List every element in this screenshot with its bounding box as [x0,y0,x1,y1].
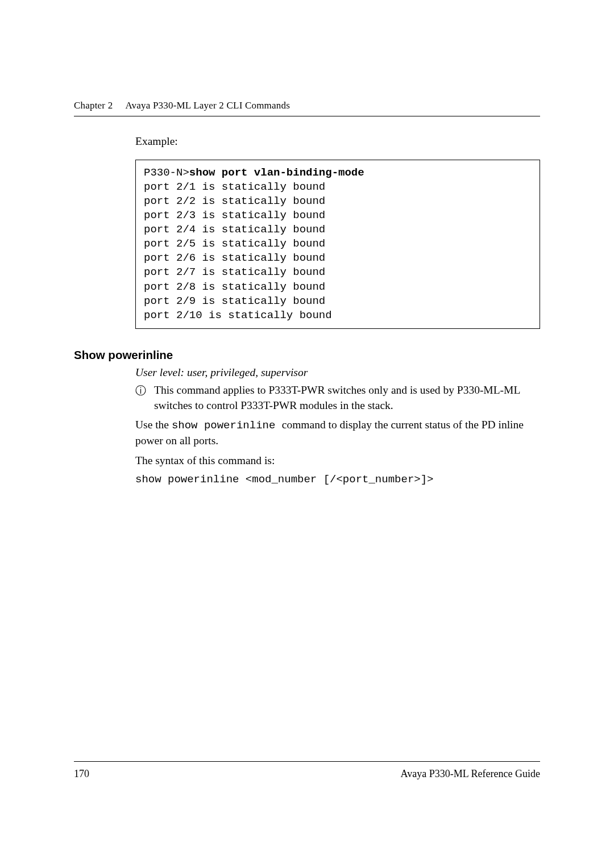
output-line: port 2/1 is statically bound [144,181,325,193]
prompt: P330-N> [144,166,189,179]
note-text: This command applies to P333T-PWR switch… [154,383,540,414]
output-line: port 2/10 is statically bound [144,309,332,322]
output-line: port 2/7 is statically bound [144,266,325,278]
example-label: Example: [135,134,540,149]
section-body: User level: user, privileged, supervisor… [135,365,540,486]
output-line: port 2/5 is statically bound [144,237,325,250]
output-line: port 2/8 is statically bound [144,281,325,293]
output-line: port 2/4 is statically bound [144,223,325,236]
running-header: Chapter 2 Avaya P330-ML Layer 2 CLI Comm… [74,100,540,111]
output-line: port 2/6 is statically bound [144,252,325,264]
header-rule [74,116,540,116]
use-paragraph: Use the show powerinline command to disp… [135,418,540,448]
body: Example: P330-N>show port vlan-binding-m… [74,134,540,486]
use-prefix: Use the [135,419,172,431]
command-output-box: P330-N>show port vlan-binding-mode port … [135,160,540,329]
output-line: port 2/2 is statically bound [144,195,325,207]
page: Chapter 2 Avaya P330-ML Layer 2 CLI Comm… [0,0,614,868]
command: show port vlan-binding-mode [189,166,364,179]
page-number: 170 [74,768,89,780]
footer: 170 Avaya P330-ML Reference Guide [74,768,540,780]
syntax-intro: The syntax of this command is: [135,453,540,469]
note-row: ⓘ This command applies to P333T-PWR swit… [135,383,540,414]
use-code: show powerinline [172,419,282,432]
output-line: port 2/9 is statically bound [144,295,325,307]
user-level: User level: user, privileged, supervisor [135,365,540,381]
guide-title: Avaya P330-ML Reference Guide [401,768,540,780]
section-heading: Show powerinline [74,348,540,362]
footer-rule [74,761,540,762]
chapter-label: Chapter 2 [74,100,113,111]
syntax-line: show powerinline <mod_number [/<port_num… [135,473,540,486]
output-line: port 2/3 is statically bound [144,209,325,222]
chapter-title: Avaya P330-ML Layer 2 CLI Commands [125,100,290,111]
info-icon: ⓘ [135,383,146,399]
